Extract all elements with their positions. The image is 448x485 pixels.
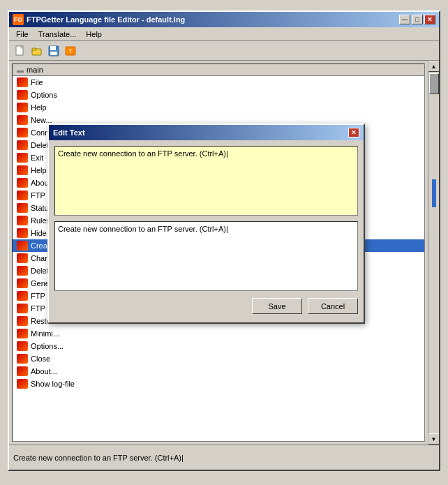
dialog-close-button[interactable]: ✕ xyxy=(348,128,359,137)
status-bar: Create new connection to an FTP server. … xyxy=(9,445,439,470)
edit-text-dialog: Edit Text ✕ Save Cancel xyxy=(47,124,365,324)
title-bar-left: FG FTPGetter Language file Editor - defa… xyxy=(13,14,185,25)
save-icon xyxy=(48,45,59,57)
svg-rect-6 xyxy=(50,52,57,55)
dialog-content: Save Cancel xyxy=(49,140,364,322)
title-buttons: — □ ✕ xyxy=(399,15,435,24)
toolbar: T xyxy=(9,41,439,61)
save-file-button[interactable] xyxy=(46,43,61,59)
menu-translate[interactable]: Translate... xyxy=(34,29,81,40)
open-icon xyxy=(31,45,43,57)
cancel-button[interactable]: Cancel xyxy=(308,298,358,314)
translation-text-input[interactable] xyxy=(54,221,358,291)
dialog-buttons: Save Cancel xyxy=(54,298,358,317)
dialog-title-text: Edit Text xyxy=(53,128,85,137)
open-file-button[interactable] xyxy=(29,43,45,59)
svg-rect-5 xyxy=(50,46,56,50)
title-bar: FG FTPGetter Language file Editor - defa… xyxy=(9,12,439,27)
source-text-input[interactable] xyxy=(54,146,358,216)
new-file-button[interactable] xyxy=(13,43,28,59)
save-button[interactable]: Save xyxy=(252,298,302,314)
menu-bar: File Translate... Help xyxy=(9,27,439,41)
translate-button[interactable]: T xyxy=(63,43,78,59)
svg-rect-3 xyxy=(32,48,36,50)
new-icon xyxy=(15,45,26,57)
dialog-title-bar: Edit Text ✕ xyxy=(49,125,364,140)
svg-text:T: T xyxy=(69,49,73,54)
app-icon: FG xyxy=(13,14,24,25)
minimize-button[interactable]: — xyxy=(399,15,410,24)
close-button[interactable]: ✕ xyxy=(424,15,435,24)
modal-overlay: Edit Text ✕ Save Cancel xyxy=(9,61,439,445)
menu-help[interactable]: Help xyxy=(82,29,106,40)
window-title: FTPGetter Language file Editor - default… xyxy=(27,15,185,24)
content-area: ▬ main File Options Help New... xyxy=(9,61,439,445)
main-window: FG FTPGetter Language file Editor - defa… xyxy=(8,10,440,471)
translate-icon: T xyxy=(65,45,76,57)
status-text: Create new connection to an FTP server. … xyxy=(13,454,184,462)
menu-file[interactable]: File xyxy=(12,29,33,40)
maximize-button[interactable]: □ xyxy=(412,15,423,24)
